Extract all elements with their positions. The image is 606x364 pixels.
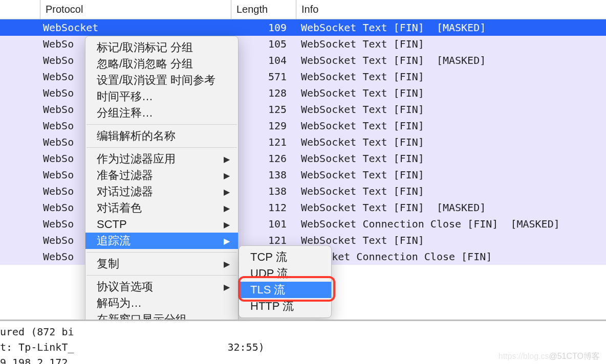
- menu-convcolor[interactable]: 对话着色▶: [85, 200, 238, 216]
- cell-info: WebSocket Text [FIN]: [296, 87, 606, 99]
- menu-follow-stream[interactable]: 追踪流▶: [85, 233, 238, 249]
- cell-info: WebSocket Connection Close [FIN] [MASKED…: [296, 218, 606, 230]
- menu-convfilter[interactable]: 对话过滤器▶: [85, 184, 238, 200]
- chevron-right-icon: ▶: [224, 203, 230, 213]
- cell-info: WebSocket Text [FIN]: [296, 169, 606, 181]
- cell-info: WebSocket Text [FIN] [MASKED]: [296, 201, 606, 214]
- cell-info: WebSocket Text [FIN]: [296, 103, 606, 116]
- cell-length: 104: [231, 54, 296, 66]
- chevron-right-icon: ▶: [224, 236, 230, 246]
- menu-mark[interactable]: 标记/取消标记 分组: [85, 39, 238, 56]
- menu-separator: [86, 252, 237, 253]
- cell-length: 125: [231, 103, 296, 116]
- cell-info: WebSocket Text [FIN]: [296, 136, 606, 148]
- cell-info: ebSocket Connection Close [FIN]: [296, 251, 606, 263]
- cell-length: 126: [231, 152, 296, 165]
- header-length[interactable]: Length: [231, 0, 296, 19]
- menu-comment[interactable]: 分组注释…: [85, 105, 238, 121]
- menu-protoprefs[interactable]: 协议首选项▶: [85, 279, 238, 295]
- cell-length: 138: [231, 185, 296, 197]
- menu-timeref[interactable]: 设置/取消设置 时间参考: [85, 72, 238, 88]
- menu-separator: [86, 275, 237, 276]
- packet-row[interactable]: WebSocket109WebSocket Text [FIN] [MASKED…: [0, 19, 606, 36]
- cell-info: WebSocket Text [FIN]: [296, 185, 606, 197]
- header-protocol[interactable]: Protocol: [40, 0, 231, 19]
- submenu-tls[interactable]: TLS 流: [239, 282, 331, 298]
- menu-ignore[interactable]: 忽略/取消忽略 分组: [85, 56, 238, 72]
- cell-info: WebSocket Text [FIN]: [296, 152, 606, 165]
- header-spacer: [0, 0, 40, 19]
- detail-line: ured (872 bi: [0, 324, 606, 339]
- follow-stream-submenu[interactable]: TCP 流 UDP 流 TLS 流 HTTP 流: [239, 245, 332, 318]
- menu-separator: [86, 147, 237, 148]
- menu-timeshift[interactable]: 时间平移…: [85, 88, 238, 105]
- context-menu[interactable]: 标记/取消标记 分组 忽略/取消忽略 分组 设置/取消设置 时间参考 时间平移……: [85, 36, 239, 331]
- cell-info: WebSocket Text [FIN]: [296, 38, 606, 50]
- header-info[interactable]: Info: [296, 0, 606, 19]
- cell-info: WebSocket Text [FIN] [MASKED]: [296, 54, 606, 66]
- menu-copy[interactable]: 复制▶: [85, 256, 238, 272]
- cell-length: 571: [231, 71, 296, 83]
- menu-applyfilter[interactable]: 作为过滤器应用▶: [85, 151, 238, 167]
- cell-info: WebSocket Text [FIN]: [296, 120, 606, 132]
- chevron-right-icon: ▶: [224, 259, 230, 269]
- menu-separator: [86, 124, 237, 125]
- cell-info: WebSocket Text [FIN]: [296, 234, 606, 246]
- chevron-right-icon: ▶: [224, 187, 230, 197]
- chevron-right-icon: ▶: [224, 282, 230, 292]
- submenu-tcp[interactable]: TCP 流: [239, 249, 331, 265]
- menu-editname[interactable]: 编辑解析的名称: [85, 128, 238, 144]
- packet-table-header: Protocol Length Info: [0, 0, 606, 19]
- chevron-right-icon: ▶: [224, 171, 230, 180]
- submenu-http[interactable]: HTTP 流: [239, 298, 331, 314]
- menu-sctp[interactable]: SCTP▶: [85, 216, 238, 233]
- cell-length: 109: [231, 21, 296, 34]
- submenu-udp[interactable]: UDP 流: [239, 265, 331, 282]
- cell-length: 105: [231, 38, 296, 50]
- cell-length: 101: [231, 218, 296, 230]
- cell-length: 138: [231, 169, 296, 181]
- cell-length: 112: [231, 201, 296, 214]
- menu-preparefilter[interactable]: 准备过滤器▶: [85, 167, 238, 184]
- menu-decodeas[interactable]: 解码为…: [85, 295, 238, 311]
- cell-info: WebSocket Text [FIN]: [296, 71, 606, 83]
- cell-length: 121: [231, 234, 296, 246]
- cell-length: 128: [231, 87, 296, 99]
- cell-info: WebSocket Text [FIN] [MASKED]: [296, 21, 606, 34]
- watermark: https://blog.cs@51CTO博客: [499, 351, 600, 362]
- chevron-right-icon: ▶: [224, 154, 230, 164]
- chevron-right-icon: ▶: [224, 220, 230, 230]
- cell-length: 129: [231, 120, 296, 132]
- cell-protocol: WebSocket: [40, 21, 231, 34]
- cell-length: 121: [231, 136, 296, 148]
